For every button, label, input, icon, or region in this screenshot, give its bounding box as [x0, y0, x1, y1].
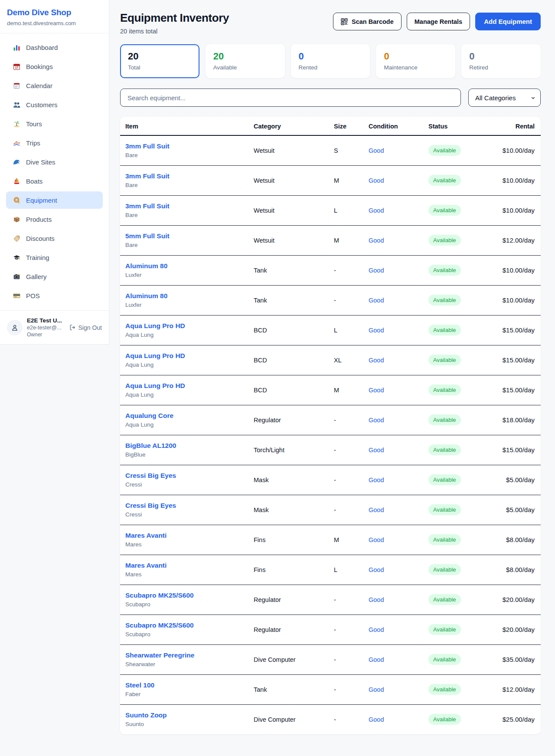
sidebar-item-gallery[interactable]: Gallery: [6, 268, 103, 285]
item-name-link[interactable]: Aqua Lung Pro HD: [125, 322, 247, 330]
sidebar-item-training[interactable]: Training: [6, 249, 103, 266]
item-condition-link[interactable]: Good: [369, 447, 384, 454]
item-condition-link[interactable]: Good: [369, 387, 384, 394]
item-name-link[interactable]: BigBlue AL1200: [125, 442, 247, 450]
item-name-link[interactable]: Aqua Lung Pro HD: [125, 352, 247, 360]
item-name-link[interactable]: Cressi Big Eyes: [125, 472, 247, 480]
sidebar-item-trips[interactable]: Trips: [6, 134, 103, 151]
sidebar-item-boats[interactable]: Boats: [6, 172, 103, 190]
item-category: Dive Computer: [250, 704, 330, 734]
stat-card-available[interactable]: 20 Available: [206, 44, 285, 78]
item-condition-link[interactable]: Good: [369, 237, 384, 244]
item-size: L: [330, 315, 365, 345]
item-condition-link[interactable]: Good: [369, 177, 384, 184]
item-brand: Faber: [125, 691, 247, 697]
item-name-link[interactable]: 3mm Full Suit: [125, 172, 247, 180]
item-name-link[interactable]: Aluminum 80: [125, 292, 247, 300]
item-condition-link[interactable]: Good: [369, 506, 384, 513]
svg-text:17: 17: [15, 66, 19, 69]
sidebar-item-equipment[interactable]: Equipment: [6, 191, 103, 209]
sign-out-label: Sign Out: [78, 324, 102, 331]
stat-card-total[interactable]: 20 Total: [120, 44, 199, 78]
stat-card-maintenance[interactable]: 0 Maintenance: [376, 44, 455, 78]
item-condition-link[interactable]: Good: [369, 327, 384, 334]
item-name-link[interactable]: Steel 100: [125, 681, 247, 689]
item-brand: Scubapro: [125, 631, 247, 638]
sidebar-item-dashboard[interactable]: Dashboard: [6, 39, 103, 56]
item-rental-rate: $15.00/day: [503, 386, 535, 394]
item-brand: Cressi: [125, 481, 247, 488]
table-row: Aqua Lung Pro HD Aqua Lung BCD L Good Av…: [120, 315, 541, 345]
sidebar-item-tours[interactable]: Tours: [6, 115, 103, 132]
category-select[interactable]: All Categories: [468, 89, 541, 107]
item-condition-link[interactable]: Good: [369, 716, 384, 723]
item-name-link[interactable]: Scubapro MK25/S600: [125, 592, 247, 599]
column-header-category: Category: [250, 117, 330, 135]
item-name-link[interactable]: Aqua Lung Pro HD: [125, 382, 247, 390]
sidebar-item-dive-sites[interactable]: Dive Sites: [6, 153, 103, 171]
item-condition-link[interactable]: Good: [369, 267, 384, 274]
item-name-link[interactable]: Aqualung Core: [125, 412, 247, 420]
manage-rentals-button[interactable]: Manage Rentals: [407, 13, 470, 30]
sidebar-item-label: POS: [26, 292, 40, 299]
item-name-link[interactable]: Cressi Big Eyes: [125, 502, 247, 509]
item-condition-link[interactable]: Good: [369, 566, 384, 573]
item-condition-link[interactable]: Good: [369, 207, 384, 214]
sidebar-item-pos[interactable]: POS: [6, 287, 103, 304]
item-condition-link[interactable]: Good: [369, 626, 384, 633]
scan-barcode-button[interactable]: Scan Barcode: [333, 13, 402, 30]
item-condition-link[interactable]: Good: [369, 656, 384, 663]
item-brand: Luxfer: [125, 302, 247, 308]
add-equipment-button[interactable]: Add Equipment: [475, 13, 541, 30]
gallery-icon: [13, 273, 20, 280]
sidebar-item-customers[interactable]: Customers: [6, 96, 103, 113]
table-row: Aqua Lung Pro HD Aqua Lung BCD XL Good A…: [120, 345, 541, 375]
search-input[interactable]: [120, 89, 461, 107]
sidebar-item-products[interactable]: Products: [6, 210, 103, 228]
item-name-link[interactable]: 3mm Full Suit: [125, 142, 247, 150]
item-category: Regulator: [250, 615, 330, 644]
item-condition-link[interactable]: Good: [369, 686, 384, 693]
stat-card-rented[interactable]: 0 Rented: [291, 44, 370, 78]
table-row: Mares Avanti Mares Fins M Good Available…: [120, 525, 541, 555]
item-brand: Luxfer: [125, 272, 247, 278]
item-rental-rate: $18.00/day: [503, 416, 535, 424]
item-name-link[interactable]: 5mm Full Suit: [125, 232, 247, 240]
item-name-link[interactable]: Suunto Zoop: [125, 711, 247, 719]
item-name-link[interactable]: Shearwater Peregrine: [125, 651, 247, 659]
item-condition-link[interactable]: Good: [369, 596, 384, 603]
item-name-link[interactable]: Mares Avanti: [125, 532, 247, 539]
item-category: Regulator: [250, 405, 330, 435]
sidebar-item-discounts[interactable]: Discounts: [6, 230, 103, 247]
item-name-link[interactable]: 3mm Full Suit: [125, 202, 247, 210]
item-name-link[interactable]: Scubapro MK25/S600: [125, 621, 247, 629]
status-badge: Available: [428, 714, 461, 725]
item-condition-link[interactable]: Good: [369, 147, 384, 154]
sidebar-item-calendar[interactable]: Calendar: [6, 77, 103, 94]
column-header-item: Item: [120, 117, 250, 135]
item-condition-link[interactable]: Good: [369, 297, 384, 304]
sidebar-item-label: Dive Sites: [26, 158, 56, 166]
item-condition-link[interactable]: Good: [369, 477, 384, 483]
item-size: -: [330, 674, 365, 704]
dashboard-icon: [13, 44, 20, 51]
brand: Demo Dive Shop demo.test.divestreams.com: [0, 0, 109, 33]
item-condition-link[interactable]: Good: [369, 536, 384, 543]
header-actions: Scan Barcode Manage Rentals Add Equipmen…: [333, 13, 541, 30]
item-size: -: [330, 465, 365, 495]
sign-out-button[interactable]: Sign Out: [69, 324, 102, 331]
stat-card-retired[interactable]: 0 Retired: [461, 44, 541, 78]
status-badge: Available: [428, 355, 461, 365]
sidebar-nav: Dashboard 17 Bookings Calendar Customers…: [0, 33, 109, 310]
item-category: Wetsuit: [250, 135, 330, 165]
brand-name[interactable]: Demo Dive Shop: [7, 8, 102, 17]
item-category: Tank: [250, 285, 330, 315]
item-condition-link[interactable]: Good: [369, 357, 384, 364]
item-size: S: [330, 135, 365, 165]
item-name-link[interactable]: Mares Avanti: [125, 562, 247, 569]
item-condition-link[interactable]: Good: [369, 417, 384, 424]
sidebar-item-bookings[interactable]: 17 Bookings: [6, 58, 103, 75]
status-badge: Available: [428, 684, 461, 695]
item-name-link[interactable]: Aluminum 80: [125, 262, 247, 270]
item-category: Tank: [250, 255, 330, 285]
